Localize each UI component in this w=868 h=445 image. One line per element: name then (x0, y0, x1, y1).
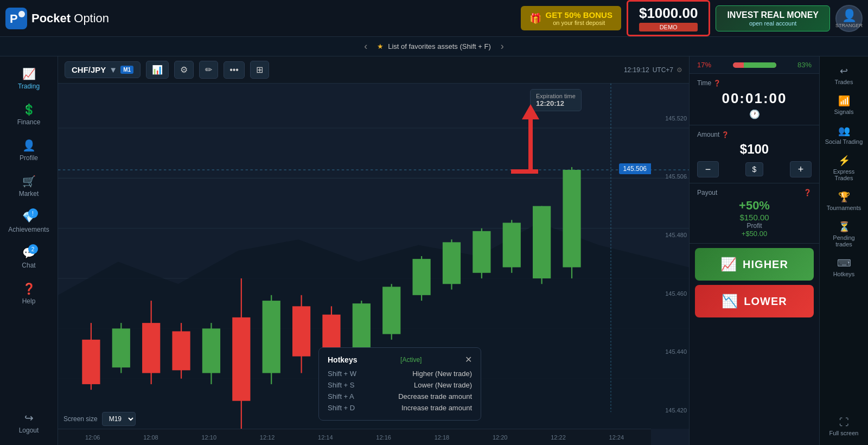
layout-button[interactable]: ⊞ (250, 61, 269, 79)
asset-selector[interactable]: CHF/JPY ▼ M1 (65, 61, 141, 78)
draw-button[interactable]: ✏ (199, 61, 218, 79)
hotkey-action-3: Increase trade amount (401, 404, 472, 412)
hotkey-row-2: Shift + A Decrease trade amount (328, 391, 472, 402)
amount-minus-button[interactable]: − (697, 161, 719, 177)
svg-rect-33 (412, 259, 430, 295)
payout-fill (744, 62, 776, 68)
sidebar-item-market[interactable]: 🛒 Market (4, 169, 53, 203)
hotkeys-icon: ⌨ (837, 257, 851, 269)
screen-size-select[interactable]: M19M10M20 (102, 412, 136, 426)
payout-track (733, 62, 776, 68)
fr-label-social-trading: Social Trading (825, 138, 863, 145)
sidebar-item-trading[interactable]: 📈 Trading (4, 62, 53, 96)
svg-point-2 (18, 11, 25, 17)
svg-text:P: P (10, 12, 18, 26)
right-panel: 17% 83% Time ❓ 00:01:00 🕐 Amount ❓ $100 … (689, 56, 819, 445)
main-layout: 📈 Trading 💲 Finance 👤 Profile 🛒 Market 💎… (0, 56, 868, 445)
hotkey-row-3: Shift + D Increase trade amount (328, 402, 472, 414)
x-label-4: 12:14 (296, 434, 354, 441)
x-label-6: 12:18 (413, 434, 471, 441)
price-badge: 145.506 (619, 163, 651, 174)
user-avatar[interactable]: 👤 STRANGER (835, 5, 863, 32)
fr-label-tournaments: Tournaments (827, 205, 861, 211)
amount-display: $100 (697, 142, 812, 157)
svg-rect-21 (232, 317, 250, 401)
fr-item-social-trading[interactable]: 👥 Social Trading (822, 120, 866, 149)
higher-button[interactable]: 📈 HIGHER (695, 248, 814, 281)
hotkeys-close-button[interactable]: ✕ (465, 354, 472, 365)
fr-item-fullscreen[interactable]: ⛶ Full screen (822, 412, 866, 441)
x-label-0: 12:06 (63, 434, 122, 441)
hotkeys-header: Hotkeys [Active] ✕ (328, 354, 472, 365)
hotkey-row-1: Shift + S Lower (New trade) (328, 379, 472, 391)
expiration-flag: Expiration time 12:20:12 (530, 89, 582, 111)
sidebar-label-achievements: Achievements (8, 226, 49, 233)
time-label: Time ❓ (697, 79, 812, 87)
lower-icon: 📉 (722, 294, 738, 309)
invest-button[interactable]: INVEST REAL MONEY open real account (716, 5, 830, 31)
fr-item-pending-trades[interactable]: ⏳ Pending trades (822, 217, 866, 252)
hotkeys-popup: Hotkeys [Active] ✕ Shift + W Higher (New… (318, 347, 481, 421)
sidebar-label-profile: Profile (20, 154, 38, 162)
sidebar-item-profile[interactable]: 👤 Profile (4, 134, 53, 167)
hotkey-action-1: Lower (New trade) (414, 381, 472, 389)
hotkey-action-0: Higher (New trade) (412, 370, 472, 378)
fr-label-fullscreen: Full screen (829, 430, 859, 436)
higher-label: HIGHER (743, 258, 788, 271)
payout-label: Payout (697, 189, 717, 196)
sidebar-item-logout[interactable]: ↪ Logout (4, 406, 53, 440)
x-label-7: 12:20 (471, 434, 529, 441)
fav-prev-arrow[interactable]: ‹ (359, 41, 373, 52)
more-button[interactable]: ••• (224, 61, 245, 79)
invest-subtitle: open real account (727, 20, 819, 27)
x-label-2: 12:10 (180, 434, 238, 441)
deposit-button[interactable]: 🎁 GET 50% BONUS on your first deposit (521, 6, 621, 30)
chat-badge: 2 (28, 244, 38, 254)
indicators-button[interactable]: ⚙ (174, 61, 194, 79)
higher-icon: 📈 (720, 257, 737, 272)
fr-item-express-trades[interactable]: ⚡ Express Trades (822, 150, 866, 186)
hotkey-row-0: Shift + W Higher (New trade) (328, 368, 472, 379)
chart-toolbar: CHF/JPY ▼ M1 📊 ⚙ ✏ ••• ⊞ 12:19:12 UTC+7 … (58, 56, 689, 84)
x-label-5: 12:16 (354, 434, 412, 441)
fr-label-signals: Signals (834, 109, 853, 115)
svg-rect-41 (533, 206, 551, 278)
fr-item-hotkeys[interactable]: ⌨ Hotkeys (822, 253, 866, 282)
timeframe-down-icon: ▼ (109, 65, 117, 74)
payout-bar-top: 17% 83% (690, 56, 819, 74)
hotkey-key-1: Shift + S (328, 381, 355, 389)
fav-next-arrow[interactable]: › (495, 41, 509, 52)
amount-plus-button[interactable]: + (790, 161, 812, 177)
payout-pct-right: 83% (797, 61, 812, 69)
hotkeys-title: Hotkeys (328, 355, 357, 364)
chart-type-button[interactable]: 📊 (146, 61, 169, 79)
header: P Pocket Option 🎁 GET 50% BONUS on your … (0, 0, 868, 37)
help-icon: ❓ (22, 282, 36, 295)
sidebar-item-finance[interactable]: 💲 Finance (4, 98, 53, 131)
sidebar-item-achievements[interactable]: 💎 ! Achievements (4, 205, 53, 239)
sidebar-item-help[interactable]: ❓ Help (4, 277, 53, 310)
lower-label: LOWER (744, 295, 787, 308)
hotkeys-status: [Active] (400, 356, 422, 364)
x-label-9: 12:24 (588, 434, 646, 441)
fr-item-trades[interactable]: ↩ Trades (822, 61, 866, 90)
invest-title: INVEST REAL MONEY (727, 10, 819, 20)
demo-balance-button[interactable]: $1000.00 DEMO (627, 0, 710, 36)
sidebar-label-finance: Finance (17, 118, 41, 126)
currency-symbol: $ (745, 162, 764, 176)
fr-item-tournaments[interactable]: 🏆 Tournaments (822, 187, 866, 215)
svg-rect-31 (382, 287, 400, 334)
username: STRANGER (835, 23, 863, 28)
far-right-sidebar: ↩ Trades 📶 Signals 👥 Social Trading ⚡ Ex… (819, 56, 868, 445)
fr-item-signals[interactable]: 📶 Signals (822, 91, 866, 119)
clock-icon: 🕐 (697, 109, 812, 119)
demo-amount: $1000.00 (639, 5, 698, 22)
market-icon: 🛒 (22, 175, 36, 188)
payout-header: Payout ❓ (697, 189, 812, 196)
sidebar-label-logout: Logout (19, 427, 39, 434)
svg-rect-39 (503, 223, 521, 267)
time-settings-icon[interactable]: ⚙ (676, 66, 682, 74)
lower-button[interactable]: 📉 LOWER (695, 285, 814, 317)
svg-rect-25 (292, 306, 310, 356)
sidebar-item-chat[interactable]: 💬 2 Chat (4, 241, 53, 275)
